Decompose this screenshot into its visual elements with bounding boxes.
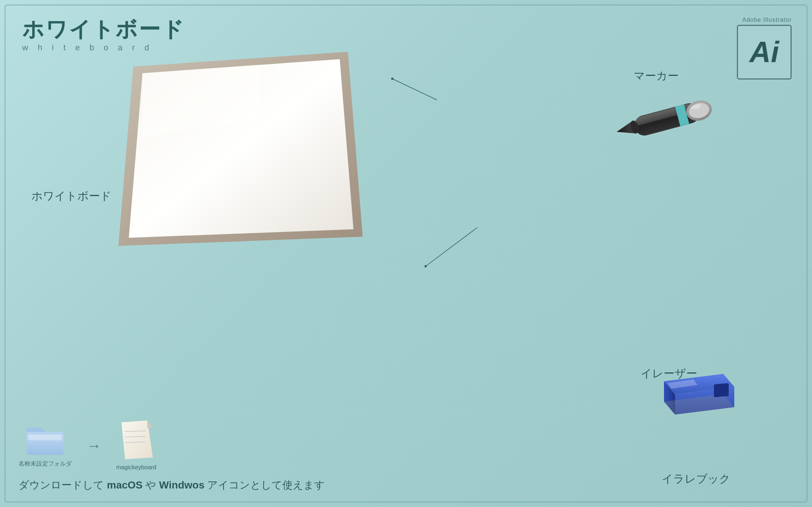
whiteboard-illustration <box>111 44 370 259</box>
svg-rect-25 <box>28 435 62 440</box>
label-eraser: イレーザー <box>641 366 697 381</box>
label-marker: マーカー <box>634 68 679 84</box>
doc-icon-wrap: magickeyboard <box>116 420 157 471</box>
document-icon <box>120 420 153 461</box>
ai-badge: Adobe Illustrator Ai <box>737 17 792 80</box>
label-whiteboard: ホワイトボード <box>31 189 111 204</box>
folder-label: 名称未設定フォルダ <box>19 460 72 468</box>
svg-rect-22 <box>714 383 729 397</box>
folder-icon <box>25 424 66 457</box>
ai-text: Ai <box>749 37 779 67</box>
ai-box: Ai <box>737 25 792 80</box>
arrow-icon: → <box>87 437 101 454</box>
ai-app-label: Adobe Illustrator <box>742 17 792 23</box>
icons-row: 名称未設定フォルダ → magi <box>19 420 793 471</box>
bottom-description: ダウンロードして macOS や Windwos アイコンとして使えます <box>19 478 793 492</box>
title-japanese: ホワイトボード <box>22 18 185 40</box>
folder-icon-wrap: 名称未設定フォルダ <box>19 424 72 468</box>
doc-label: magickeyboard <box>116 464 157 471</box>
bottom-section: 名称未設定フォルダ → magi <box>19 420 793 492</box>
svg-marker-27 <box>147 420 153 428</box>
